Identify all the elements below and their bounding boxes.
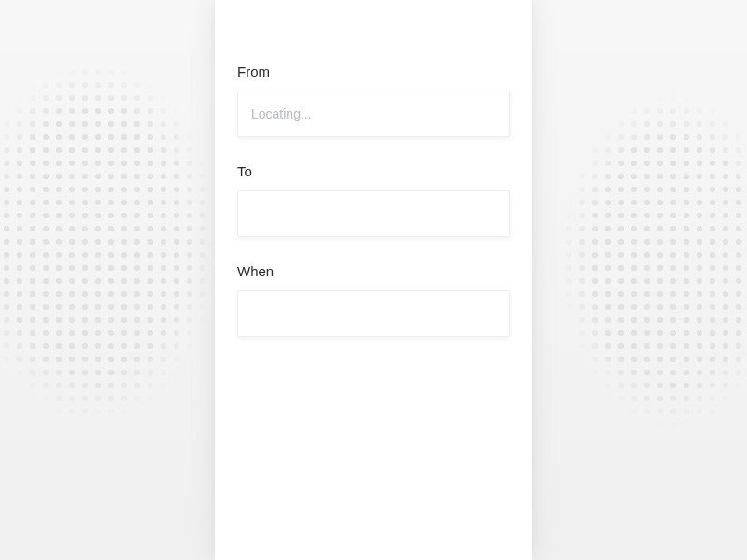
to-label: To bbox=[237, 163, 510, 179]
from-field-group: From bbox=[237, 63, 510, 137]
when-input[interactable] bbox=[237, 290, 510, 337]
search-panel: From To When bbox=[215, 0, 532, 560]
from-label: From bbox=[237, 63, 510, 79]
to-input[interactable] bbox=[237, 190, 510, 237]
from-input[interactable] bbox=[237, 91, 510, 137]
to-field-group: To bbox=[237, 163, 510, 237]
when-label: When bbox=[237, 263, 510, 279]
when-field-group: When bbox=[237, 263, 510, 337]
